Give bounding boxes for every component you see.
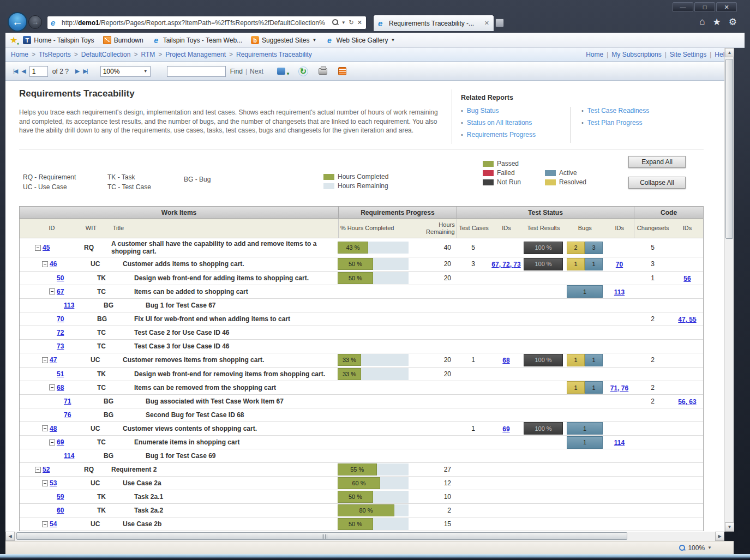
- work-item-id-link[interactable]: 47: [50, 356, 57, 364]
- bug-id-link[interactable]: 76: [621, 384, 628, 392]
- work-item-id-link[interactable]: 67: [57, 288, 64, 296]
- favorites-item[interactable]: eTailspin Toys - Team Web...: [152, 36, 242, 44]
- find-text-input[interactable]: [167, 66, 226, 77]
- work-item-id-link[interactable]: 68: [57, 384, 64, 392]
- scroll-up-icon[interactable]: ▲: [725, 48, 734, 57]
- work-item-id-link[interactable]: 76: [64, 411, 71, 419]
- collapse-all-button[interactable]: Collapse All: [628, 177, 686, 189]
- favorites-item[interactable]: eWeb Slice Gallery▼: [325, 36, 395, 44]
- find-button[interactable]: Find: [230, 68, 243, 75]
- page-zoom-control[interactable]: 100% ▼: [679, 544, 712, 552]
- export-save-icon[interactable]: [275, 66, 287, 77]
- stop-icon[interactable]: ✕: [357, 19, 362, 26]
- changeset-id-link[interactable]: 47: [678, 316, 685, 323]
- test-case-id-link[interactable]: 73: [513, 261, 520, 268]
- work-item-id-link[interactable]: 48: [50, 425, 57, 432]
- collapse-minus-icon[interactable]: [42, 357, 48, 363]
- bug-id-link[interactable]: 114: [614, 439, 625, 447]
- collapse-minus-icon[interactable]: [35, 245, 41, 251]
- breadcrumb-link[interactable]: DefaultCollection: [81, 51, 131, 58]
- work-item-id-link[interactable]: 46: [50, 260, 57, 268]
- related-report-link[interactable]: Status on All Iterations: [467, 119, 532, 127]
- collapse-minus-icon[interactable]: [35, 467, 41, 473]
- browser-tab[interactable]: e Requirements Traceability -... ✕: [373, 15, 494, 31]
- scroll-right-icon[interactable]: ▶: [715, 532, 724, 541]
- data-feed-icon[interactable]: [337, 66, 349, 77]
- find-next-button[interactable]: Next: [250, 68, 263, 75]
- add-favorite-icon[interactable]: ★: [10, 35, 17, 45]
- work-item-id-link[interactable]: 51: [57, 370, 64, 378]
- close-button[interactable]: ✕: [716, 2, 737, 12]
- scroll-left-icon[interactable]: ◀: [5, 532, 15, 541]
- maximize-button[interactable]: □: [694, 2, 715, 12]
- breadcrumb-link[interactable]: Home: [11, 51, 28, 58]
- print-icon[interactable]: [317, 66, 329, 77]
- favorites-star-icon[interactable]: ★: [713, 16, 721, 28]
- forward-button[interactable]: →: [28, 15, 42, 29]
- vertical-scroll-thumb[interactable]: [725, 59, 733, 239]
- site-link[interactable]: My Subscriptions: [611, 51, 661, 58]
- site-link[interactable]: Home: [586, 51, 603, 58]
- work-item-id-link[interactable]: 113: [64, 302, 74, 309]
- expand-all-button[interactable]: Expand All: [628, 156, 686, 168]
- favorites-item[interactable]: bSuggested Sites▼: [251, 36, 316, 44]
- work-item-id-link[interactable]: 60: [57, 507, 64, 514]
- zoom-select[interactable]: 100% ▼: [100, 66, 151, 77]
- new-tab-button[interactable]: [495, 19, 504, 27]
- page-number-input[interactable]: [29, 66, 48, 77]
- work-item-id-link[interactable]: 114: [64, 452, 74, 460]
- collapse-minus-icon[interactable]: [42, 261, 48, 267]
- work-item-id-link[interactable]: 50: [57, 274, 64, 282]
- refresh-report-icon[interactable]: ↻: [297, 66, 309, 77]
- changeset-id-link[interactable]: 55: [689, 316, 696, 323]
- breadcrumb-link[interactable]: Requirements Traceability: [236, 51, 312, 58]
- refresh-icon[interactable]: ↻: [349, 19, 354, 26]
- work-item-id-link[interactable]: 45: [43, 244, 50, 251]
- minimize-button[interactable]: —: [673, 2, 693, 12]
- test-case-id-link[interactable]: 69: [502, 425, 509, 433]
- breadcrumb-link[interactable]: Project Management: [165, 51, 226, 58]
- breadcrumb-link[interactable]: TfsReports: [39, 51, 71, 58]
- home-icon[interactable]: ⌂: [699, 16, 705, 28]
- search-icon[interactable]: [332, 19, 338, 26]
- work-item-id-link[interactable]: 71: [64, 398, 71, 405]
- related-report-link[interactable]: Bug Status: [467, 107, 499, 115]
- work-item-id-link[interactable]: 59: [57, 493, 64, 501]
- test-case-id-link[interactable]: 72: [502, 261, 509, 268]
- tools-gear-icon[interactable]: ⚙: [729, 16, 737, 28]
- bug-id-link[interactable]: 70: [616, 261, 623, 268]
- collapse-minus-icon[interactable]: [42, 521, 48, 527]
- work-item-id-link[interactable]: 53: [50, 479, 57, 487]
- back-button[interactable]: ←: [8, 12, 27, 32]
- breadcrumb-link[interactable]: RTM: [141, 51, 155, 58]
- url-text[interactable]: http://demo1/Reports/Pages/Report.aspx?I…: [62, 19, 331, 27]
- bug-id-link[interactable]: 113: [614, 288, 625, 296]
- collapse-minus-icon[interactable]: [49, 439, 55, 445]
- work-item-id-link[interactable]: 52: [43, 466, 50, 473]
- horizontal-scrollbar[interactable]: ◀ ▶: [5, 532, 724, 541]
- bug-id-link[interactable]: 71: [610, 384, 617, 392]
- previous-page-button[interactable]: ◀: [21, 68, 25, 75]
- collapse-minus-icon[interactable]: [49, 384, 55, 390]
- vertical-scrollbar[interactable]: ▲ ▼: [724, 48, 734, 532]
- chevron-down-icon[interactable]: ▼: [341, 20, 346, 25]
- test-case-id-link[interactable]: 67: [491, 261, 499, 268]
- work-item-id-link[interactable]: 73: [57, 342, 64, 350]
- collapse-minus-icon[interactable]: [42, 425, 48, 431]
- related-report-link[interactable]: Test Plan Progress: [587, 119, 643, 127]
- work-item-id-link[interactable]: 72: [57, 329, 64, 336]
- changeset-id-link[interactable]: 56: [678, 398, 685, 406]
- last-page-button[interactable]: ▶|: [83, 68, 87, 75]
- scroll-down-icon[interactable]: ▼: [725, 522, 734, 532]
- next-page-button[interactable]: ▶: [75, 68, 79, 75]
- tab-close-icon[interactable]: ✕: [483, 20, 490, 27]
- address-bar[interactable]: e http://demo1/Reports/Pages/Report.aspx…: [47, 16, 367, 29]
- collapse-minus-icon[interactable]: [42, 480, 48, 486]
- favorites-item[interactable]: Burndown: [103, 36, 143, 44]
- site-link[interactable]: Site Settings: [670, 51, 706, 58]
- related-report-link[interactable]: Test Case Readiness: [587, 107, 649, 115]
- changeset-id-link[interactable]: 63: [689, 398, 696, 406]
- horizontal-scroll-thumb[interactable]: [16, 532, 627, 540]
- work-item-id-link[interactable]: 70: [57, 315, 64, 323]
- first-page-button[interactable]: |◀: [13, 68, 17, 75]
